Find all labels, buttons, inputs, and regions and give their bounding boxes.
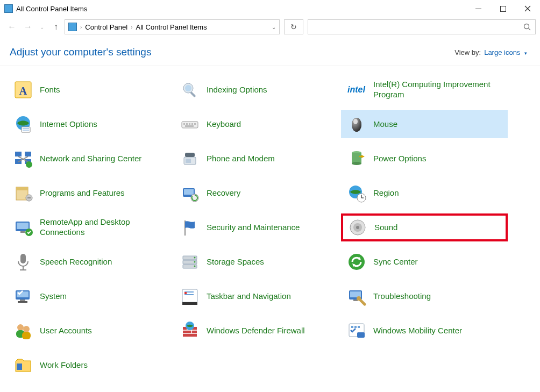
cp-item-fonts[interactable]: Fonts: [8, 76, 174, 104]
firewall-icon: [180, 320, 200, 341]
cp-item-label: Phone and Modem: [207, 154, 275, 164]
speaker-icon: [347, 217, 368, 238]
cp-item-label: System: [40, 291, 67, 302]
cp-item-label: Storage Spaces: [207, 257, 264, 267]
folder-icon: [13, 355, 33, 375]
cp-item-label: Sound: [374, 223, 397, 233]
cp-item-label: User Accounts: [40, 326, 92, 336]
chevron-right-icon: ›: [131, 24, 132, 30]
control-panel-icon: [68, 23, 77, 31]
globe-clock-icon: [346, 183, 367, 203]
cp-item-intel[interactable]: intelIntel(R) Computing Improvement Prog…: [341, 76, 508, 104]
cp-item-taskbar[interactable]: Taskbar and Navigation: [174, 282, 341, 310]
minimize-button[interactable]: [466, 0, 491, 17]
refresh-button[interactable]: ↻: [284, 19, 303, 34]
cp-item-sound[interactable]: Sound: [341, 213, 508, 241]
back-button[interactable]: ←: [8, 22, 16, 32]
cp-item-label: Speech Recognition: [40, 257, 112, 267]
keyboard-icon: [180, 114, 200, 134]
box-icon: [13, 183, 33, 203]
svg-rect-1: [500, 6, 506, 11]
cp-item-workfolders[interactable]: Work Folders: [8, 351, 174, 379]
troubleshoot-icon: [346, 286, 367, 307]
cp-item-storage[interactable]: Storage Spaces: [174, 248, 341, 276]
forward-button[interactable]: →: [24, 22, 32, 32]
svg-text:intel: intel: [347, 85, 365, 94]
cp-item-label: Programs and Features: [40, 188, 125, 198]
cp-item-firewall[interactable]: Windows Defender Firewall: [174, 317, 341, 345]
cp-item-system[interactable]: System: [8, 282, 174, 310]
mobility-icon: [346, 320, 367, 341]
sync-icon: [346, 252, 367, 272]
cp-item-programs[interactable]: Programs and Features: [8, 179, 174, 207]
monitor-icon: [13, 217, 33, 238]
cp-item-mouse[interactable]: Mouse: [341, 110, 508, 138]
viewby-value: Large icons: [484, 48, 520, 56]
up-button[interactable]: ↑: [52, 22, 60, 32]
phone-icon: [180, 148, 200, 169]
recovery-icon: [180, 183, 200, 203]
cp-item-users[interactable]: User Accounts: [8, 317, 174, 345]
cp-item-speech[interactable]: Speech Recognition: [8, 248, 174, 276]
mouse-icon: [346, 114, 367, 134]
cp-item-troubleshoot[interactable]: Troubleshooting: [341, 282, 508, 310]
cp-item-phone[interactable]: Phone and Modem: [174, 145, 341, 173]
breadcrumb-1[interactable]: All Control Panel Items: [136, 23, 207, 31]
svg-point-4: [524, 24, 529, 29]
fonts-icon: [13, 80, 33, 100]
app-icon: [4, 4, 13, 13]
maximize-button[interactable]: [491, 0, 515, 17]
cp-item-label: Windows Mobility Center: [373, 326, 462, 336]
cp-item-remoteapp[interactable]: RemoteApp and Desktop Connections: [8, 213, 174, 241]
cp-item-label: Sync Center: [373, 257, 418, 267]
breadcrumb-0[interactable]: Control Panel: [85, 23, 127, 31]
cp-item-security[interactable]: Security and Maintenance: [174, 213, 341, 241]
cp-item-label: Windows Defender Firewall: [207, 326, 305, 336]
items-grid: FontsIndexing OptionsintelIntel(R) Compu…: [0, 66, 540, 392]
cp-item-keyboard[interactable]: Keyboard: [174, 110, 341, 138]
intel-icon: intel: [346, 80, 367, 100]
chevron-down-icon: ▾: [524, 51, 527, 56]
address-bar[interactable]: › Control Panel › All Control Panel Item…: [65, 19, 280, 34]
cp-item-label: Internet Options: [40, 119, 97, 130]
titlebar: All Control Panel Items: [0, 0, 540, 17]
search-icon: [523, 23, 531, 31]
cp-item-label: Taskbar and Navigation: [207, 291, 291, 302]
cp-item-mobility[interactable]: Windows Mobility Center: [341, 317, 508, 345]
cp-item-label: Fonts: [40, 85, 60, 95]
system-icon: [13, 286, 33, 307]
close-button[interactable]: [515, 0, 540, 17]
cp-item-internet[interactable]: Internet Options: [8, 110, 174, 138]
cp-item-label: Power Options: [373, 154, 426, 164]
cp-item-label: Mouse: [373, 119, 397, 130]
cp-item-label: Region: [373, 188, 399, 198]
cp-item-power[interactable]: Power Options: [341, 145, 508, 173]
nav-arrows: ← → ⌄: [4, 22, 47, 32]
cp-item-label: Recovery: [207, 188, 240, 198]
search-icon: [180, 80, 200, 100]
navbar: ← → ⌄ ↑ › Control Panel › All Control Pa…: [0, 17, 540, 37]
cp-item-sync[interactable]: Sync Center: [341, 248, 508, 276]
globe-icon: [13, 114, 33, 134]
header-row: Adjust your computer's settings View by:…: [0, 37, 540, 66]
viewby-dropdown[interactable]: Large icons ▾: [484, 48, 527, 56]
users-icon: [13, 320, 33, 341]
cp-item-indexing[interactable]: Indexing Options: [174, 76, 341, 104]
flag-icon: [180, 217, 200, 238]
battery-icon: [346, 148, 367, 169]
cp-item-label: Keyboard: [207, 119, 241, 130]
address-dropdown-icon[interactable]: ⌄: [272, 24, 276, 30]
history-chevron-icon[interactable]: ⌄: [40, 24, 44, 30]
search-input[interactable]: [308, 19, 536, 34]
window-title: All Control Panel Items: [16, 5, 87, 13]
cp-item-network[interactable]: Network and Sharing Center: [8, 145, 174, 173]
svg-line-5: [529, 28, 531, 31]
cp-item-label: Intel(R) Computing Improvement Program: [373, 80, 502, 100]
viewby-label: View by:: [454, 48, 481, 56]
cp-item-region[interactable]: Region: [341, 179, 508, 207]
cp-item-label: Security and Maintenance: [207, 223, 300, 233]
cp-item-recovery[interactable]: Recovery: [174, 179, 341, 207]
page-title: Adjust your computer's settings: [10, 46, 151, 58]
mic-icon: [13, 252, 33, 272]
disks-icon: [180, 252, 200, 272]
